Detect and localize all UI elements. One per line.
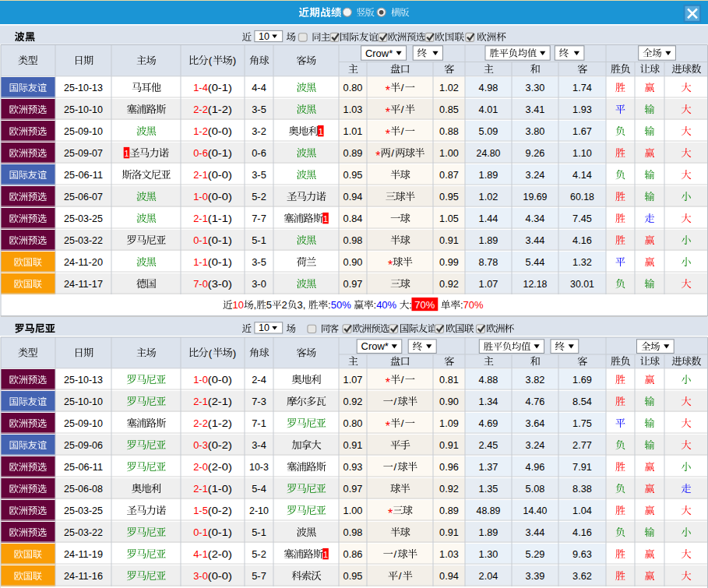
svg-text:4.16: 4.16 bbox=[572, 234, 592, 246]
svg-text:0.86: 0.86 bbox=[343, 548, 363, 560]
svg-text:0.95: 0.95 bbox=[439, 191, 459, 202]
svg-text:0.80: 0.80 bbox=[343, 417, 363, 429]
svg-text:0.87: 0.87 bbox=[439, 169, 459, 181]
svg-text:0.92: 0.92 bbox=[343, 396, 363, 407]
svg-text:1.89: 1.89 bbox=[479, 234, 498, 246]
svg-text:2-1: 2-1 bbox=[193, 169, 208, 181]
svg-text:8.38: 8.38 bbox=[572, 483, 592, 495]
svg-text:1: 1 bbox=[323, 214, 328, 224]
svg-text:0.98: 0.98 bbox=[343, 234, 363, 246]
svg-text:1-2: 1-2 bbox=[193, 125, 208, 137]
svg-text:1-4: 1-4 bbox=[193, 82, 208, 93]
svg-text:2-0: 2-0 bbox=[193, 461, 208, 473]
svg-text:/: / bbox=[393, 548, 396, 560]
svg-text:1.10: 1.10 bbox=[572, 147, 592, 159]
svg-text:0.97: 0.97 bbox=[343, 483, 363, 495]
svg-text:2: 2 bbox=[282, 299, 287, 311]
svg-text:24.80: 24.80 bbox=[477, 147, 501, 159]
svg-text:(3-0): (3-0) bbox=[208, 278, 232, 290]
svg-text:70%: 70% bbox=[463, 299, 484, 311]
svg-text:4.01: 4.01 bbox=[479, 104, 498, 115]
svg-text:1.44: 1.44 bbox=[479, 213, 498, 224]
svg-text:2.77: 2.77 bbox=[572, 439, 592, 451]
svg-text:0.85: 0.85 bbox=[439, 104, 459, 115]
svg-text:19.69: 19.69 bbox=[523, 191, 548, 202]
svg-text:(: ( bbox=[209, 347, 213, 359]
svg-text:2-2: 2-2 bbox=[193, 417, 208, 429]
svg-text:1.07: 1.07 bbox=[479, 278, 498, 290]
svg-text:0.80: 0.80 bbox=[343, 82, 363, 93]
svg-text:4-1: 4-1 bbox=[193, 548, 208, 560]
svg-text:24-11-17: 24-11-17 bbox=[64, 278, 103, 290]
svg-text:24-11-19: 24-11-19 bbox=[64, 548, 103, 560]
svg-text:8.54: 8.54 bbox=[572, 396, 592, 407]
svg-text:(0-0): (0-0) bbox=[208, 191, 232, 202]
svg-text:0.92: 0.92 bbox=[439, 278, 459, 290]
svg-text:7-1: 7-1 bbox=[252, 417, 266, 429]
svg-text:3.24: 3.24 bbox=[526, 169, 545, 181]
svg-text:1.34: 1.34 bbox=[479, 396, 498, 407]
svg-text:25-09-07: 25-09-07 bbox=[64, 147, 103, 159]
svg-text:0-6: 0-6 bbox=[252, 147, 266, 159]
svg-text:(1-2): (1-2) bbox=[208, 104, 232, 115]
svg-text:1.69: 1.69 bbox=[572, 374, 592, 386]
svg-text:25-06-08: 25-06-08 bbox=[64, 483, 103, 495]
svg-text:50%: 50% bbox=[331, 299, 351, 311]
svg-text:7-0: 7-0 bbox=[193, 278, 208, 290]
svg-text::: : bbox=[409, 299, 412, 311]
svg-text:2.04: 2.04 bbox=[479, 570, 498, 582]
svg-text:2-1: 2-1 bbox=[193, 213, 208, 224]
svg-text:25-10-13: 25-10-13 bbox=[64, 374, 103, 386]
svg-text:25-09-10: 25-09-10 bbox=[64, 417, 103, 429]
svg-text:/: / bbox=[401, 82, 404, 93]
svg-text:25-03-25: 25-03-25 bbox=[64, 213, 103, 224]
svg-text:5-1: 5-1 bbox=[252, 526, 266, 538]
svg-text:(0-2): (0-2) bbox=[208, 505, 232, 516]
svg-text:3-4: 3-4 bbox=[252, 439, 266, 451]
svg-text:3.44: 3.44 bbox=[526, 526, 545, 538]
svg-text:*: * bbox=[386, 420, 390, 433]
svg-text:1.04: 1.04 bbox=[572, 505, 592, 516]
svg-text:1: 1 bbox=[319, 127, 323, 136]
svg-text:/: / bbox=[401, 125, 404, 137]
svg-text:3.62: 3.62 bbox=[572, 570, 592, 582]
svg-text:1.03: 1.03 bbox=[343, 104, 363, 115]
svg-text:/: / bbox=[401, 374, 404, 386]
svg-text:3.44: 3.44 bbox=[526, 234, 545, 246]
svg-text:10: 10 bbox=[259, 31, 269, 42]
svg-text:2-2: 2-2 bbox=[193, 104, 208, 115]
svg-text:1: 1 bbox=[323, 550, 328, 559]
svg-text:*: * bbox=[386, 106, 390, 119]
svg-text:(0-0): (0-0) bbox=[208, 125, 232, 137]
svg-text:10: 10 bbox=[259, 322, 269, 333]
svg-text:0.97: 0.97 bbox=[343, 278, 363, 290]
svg-text:1.03: 1.03 bbox=[439, 548, 459, 560]
svg-text:25-03-22: 25-03-22 bbox=[64, 526, 103, 538]
svg-text:0.90: 0.90 bbox=[439, 396, 459, 407]
svg-text:,: , bbox=[254, 299, 257, 311]
svg-text:4.88: 4.88 bbox=[479, 374, 498, 386]
svg-text:1: 1 bbox=[124, 149, 129, 158]
svg-text:0.99: 0.99 bbox=[439, 256, 459, 268]
svg-text:5.29: 5.29 bbox=[526, 548, 545, 560]
svg-text:2.45: 2.45 bbox=[479, 439, 498, 451]
svg-text:0.91: 0.91 bbox=[439, 234, 459, 246]
svg-text:5-2: 5-2 bbox=[252, 548, 266, 560]
svg-text:1-0: 1-0 bbox=[193, 374, 208, 386]
svg-text:5-4: 5-4 bbox=[252, 483, 266, 495]
svg-text:4.34: 4.34 bbox=[526, 213, 545, 224]
svg-text:0-3: 0-3 bbox=[193, 439, 208, 451]
svg-text:4.98: 4.98 bbox=[479, 82, 498, 93]
svg-text:(2-0): (2-0) bbox=[208, 548, 232, 560]
svg-text:40%: 40% bbox=[376, 299, 396, 311]
svg-text:30.01: 30.01 bbox=[570, 278, 594, 290]
svg-text:1.00: 1.00 bbox=[343, 505, 363, 516]
svg-text:3.39: 3.39 bbox=[526, 570, 545, 582]
svg-text:1.89: 1.89 bbox=[479, 526, 498, 538]
svg-text:0.95: 0.95 bbox=[343, 169, 363, 181]
svg-text:0.98: 0.98 bbox=[343, 526, 363, 538]
svg-text:25-09-06: 25-09-06 bbox=[64, 439, 103, 451]
svg-text:(0-1): (0-1) bbox=[208, 147, 232, 159]
svg-text:1.35: 1.35 bbox=[479, 483, 498, 495]
svg-text:25-06-11: 25-06-11 bbox=[64, 461, 103, 473]
